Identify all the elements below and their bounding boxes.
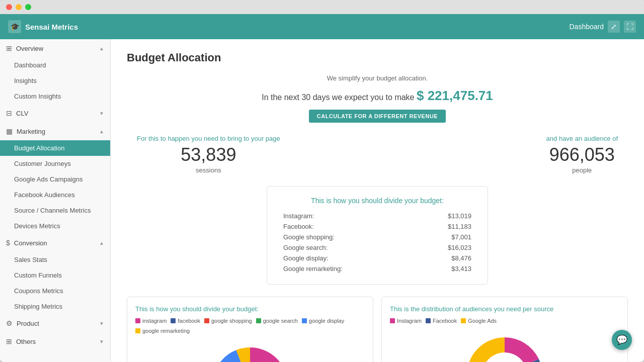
legend-color — [461, 318, 466, 323]
budget-card: This is how you should divide your budge… — [267, 186, 488, 285]
budget-channel: Instagram: — [283, 212, 314, 220]
sidebar-group-product[interactable]: ⚙ Product ▼ — [0, 314, 110, 332]
sidebar-item-customer-journeys[interactable]: Customer Journeys — [0, 156, 110, 171]
close-traffic-light[interactable] — [6, 4, 12, 10]
legend-color — [256, 318, 261, 323]
sidebar-section-others: ⊞ Others ▼ — [0, 332, 110, 350]
chart2-donut — [390, 330, 619, 362]
sidebar-clv-label: CLV — [16, 110, 28, 117]
brand-name: Sensai Metrics — [25, 23, 78, 31]
sidebar-item-sales-stats[interactable]: Sales Stats — [0, 252, 110, 267]
legend-item: Facebook — [426, 318, 457, 324]
sidebar-group-overview[interactable]: ⊞ Overview ▲ — [0, 39, 110, 57]
budget-row: Instagram:$13,019 — [283, 211, 471, 221]
brand-icon: 🎓 — [8, 20, 21, 33]
legend-label: facebook — [178, 318, 200, 324]
product-icon: ⚙ — [6, 319, 13, 327]
calc-different-revenue-button[interactable]: CALCULATE FOR A DIFFERENT REVENUE — [309, 110, 446, 123]
topbar: 🎓 Sensai Metrics Dashboard ⤢ ⛶ — [0, 14, 644, 39]
budget-row: Google search:$16,023 — [283, 242, 471, 253]
sidebar-item-dashboard[interactable]: Dashboard — [0, 57, 110, 73]
chart2-legend: InstagramFacebookGoogle Ads — [390, 318, 619, 324]
budget-amount: $8,476 — [451, 254, 471, 262]
sidebar-item-budget-allocation[interactable]: Budget Allocation — [0, 140, 110, 156]
topbar-right: Dashboard ⤢ ⛶ — [570, 21, 636, 33]
legend-label: google display — [309, 318, 344, 324]
charts-row: This is how you should divide your budge… — [127, 297, 628, 362]
sidebar-group-conversion[interactable]: $ Conversion ▲ — [0, 234, 110, 252]
budget-chart-panel: This is how you should divide your budge… — [127, 297, 373, 362]
sidebar-item-custom-insights[interactable]: Custom Insights — [0, 88, 110, 104]
sidebar-group-clv[interactable]: ⊟ CLV ▼ — [0, 104, 110, 122]
chevron-up-icon: ▲ — [99, 46, 104, 51]
legend-color — [171, 318, 176, 323]
budget-row: Google shopping:$7,001 — [283, 232, 471, 242]
page-title: Budget Allocation — [127, 51, 628, 64]
sidebar-item-facebook-audiences[interactable]: Facebook Audiences — [0, 187, 110, 203]
main-content: Budget Allocation We simplify your budge… — [111, 39, 644, 362]
chart1-legend: instagramfacebookgoogle shoppinggoogle s… — [135, 318, 365, 334]
marketing-icon: ▦ — [6, 127, 13, 135]
budget-row: Google display:$8,476 — [283, 253, 471, 263]
conversion-chevron-icon: ▲ — [99, 240, 104, 246]
brand: 🎓 Sensai Metrics — [8, 20, 570, 33]
chat-button[interactable]: 💬 — [612, 330, 632, 350]
budget-row: Google remarketing:$3,413 — [283, 263, 471, 274]
sidebar-item-source-channels[interactable]: Source / Channels Metrics — [0, 203, 110, 218]
audience-unit: people — [546, 166, 618, 174]
sidebar-marketing-label: Marketing — [17, 128, 45, 135]
audience-label: and have an audience of — [546, 135, 618, 142]
budget-channel: Facebook: — [283, 223, 314, 230]
conversion-icon: $ — [6, 239, 10, 247]
sidebar-item-devices-metrics[interactable]: Devices Metrics — [0, 218, 110, 234]
legend-item: google search — [256, 318, 298, 324]
clv-icon: ⊟ — [6, 109, 12, 117]
sidebar-item-insights[interactable]: Insights — [0, 73, 110, 88]
donut-segment — [250, 347, 287, 362]
sidebar-item-shipping-metrics[interactable]: Shipping Metrics — [0, 299, 110, 314]
legend-label: Instagram — [397, 318, 422, 324]
audience-chart-panel: This is the distribution of audiences yo… — [381, 297, 628, 362]
budget-channel: Google display: — [283, 254, 329, 262]
legend-item: Instagram — [390, 318, 422, 324]
sessions-block: For this to happen you need to bring to … — [137, 135, 280, 174]
titlebar — [0, 0, 644, 14]
marketing-chevron-icon: ▲ — [99, 129, 104, 134]
legend-color — [426, 318, 431, 323]
revenue-line: In the next 30 days we expect you to mak… — [127, 88, 628, 104]
legend-label: instagram — [142, 318, 167, 324]
sidebar-item-google-ads[interactable]: Google Ads Campaigns — [0, 171, 110, 187]
minimize-traffic-light[interactable] — [16, 4, 22, 10]
budget-amount: $11,183 — [448, 223, 471, 230]
maximize-traffic-light[interactable] — [25, 4, 31, 10]
subtitle-text: We simplify your budget allocation. — [127, 74, 628, 82]
legend-color — [135, 328, 140, 333]
sidebar-item-custom-funnels[interactable]: Custom Funnels — [0, 267, 110, 283]
sidebar-section-marketing: ▦ Marketing ▲ Budget Allocation Customer… — [0, 122, 110, 234]
chart1-title: This is how you should divide your budge… — [135, 305, 365, 313]
audience-value: 966,053 — [546, 144, 618, 165]
sessions-label: For this to happen you need to bring to … — [137, 135, 280, 142]
budget-amount: $3,413 — [451, 265, 471, 273]
clv-chevron-icon: ▼ — [99, 111, 104, 116]
budget-channel: Google remarketing: — [283, 265, 343, 273]
legend-label: Facebook — [433, 318, 457, 324]
legend-label: Google Ads — [468, 318, 497, 324]
sidebar-others-label: Others — [16, 338, 36, 345]
fullscreen-button[interactable]: ⛶ — [624, 21, 636, 33]
budget-amount: $7,001 — [451, 233, 471, 241]
overview-icon: ⊞ — [6, 44, 12, 52]
legend-item: Google Ads — [461, 318, 497, 324]
legend-item: google shopping — [204, 318, 252, 324]
legend-item: google remarketing — [135, 328, 190, 334]
expand-button[interactable]: ⤢ — [608, 21, 620, 33]
app-body: 🎓 Sensai Metrics Dashboard ⤢ ⛶ ⊞ Overvie… — [0, 14, 644, 362]
sidebar-item-coupons-metrics[interactable]: Coupons Metrics — [0, 283, 110, 299]
sidebar-group-marketing[interactable]: ▦ Marketing ▲ — [0, 122, 110, 140]
topbar-page-label: Dashboard — [570, 23, 604, 31]
legend-color — [390, 318, 395, 323]
calc-btn-row: CALCULATE FOR A DIFFERENT REVENUE — [127, 110, 628, 123]
budget-amount: $16,023 — [448, 244, 471, 251]
sidebar-group-others[interactable]: ⊞ Others ▼ — [0, 332, 110, 350]
chart1-donut — [135, 340, 365, 362]
